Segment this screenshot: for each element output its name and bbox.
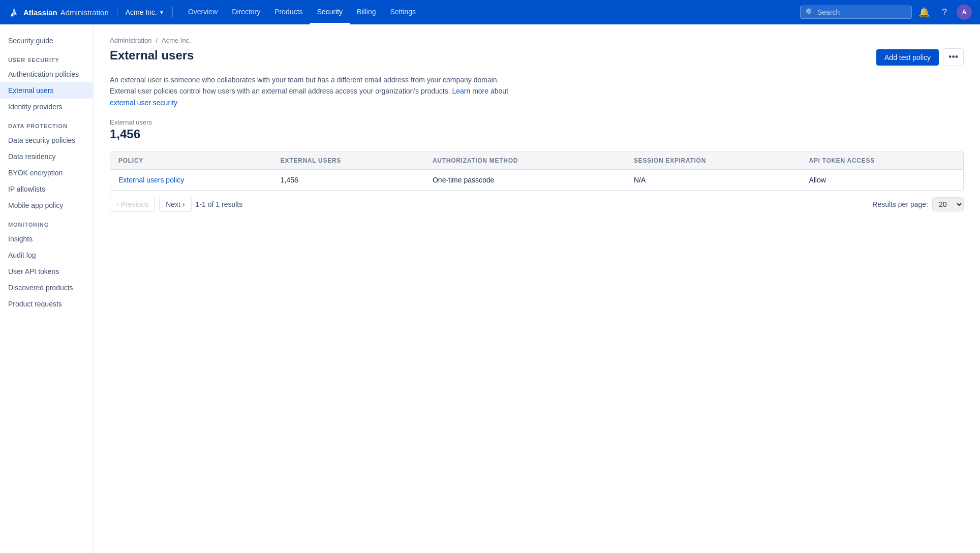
search-input[interactable] [817, 8, 906, 16]
table-body: External users policy 1,456 One-time pas… [110, 170, 963, 191]
help-icon[interactable]: ? [936, 4, 953, 20]
sidebar-section-user-security: User security [0, 49, 93, 66]
page-description: An external user is someone who collabor… [110, 74, 527, 108]
breadcrumb: Administration / Acme Inc. [110, 37, 964, 44]
nav-link-security[interactable]: Security [310, 0, 350, 24]
sidebar-item-data-security[interactable]: Data security policies [0, 132, 93, 148]
policies-table-wrapper: Policy External users Authorization meth… [110, 151, 964, 191]
cell-session-expiration: N/A [626, 170, 801, 191]
col-header-auth-method: Authorization method [424, 152, 626, 170]
stat-value: 1,456 [110, 127, 964, 141]
nav-link-overview[interactable]: Overview [181, 0, 225, 24]
top-navigation: Atlassian Administration Acme Inc. ▼ Ove… [0, 0, 980, 24]
more-options-button[interactable]: ••• [943, 48, 964, 66]
col-header-policy: Policy [110, 152, 272, 170]
pagination-controls: ‹ Previous Next › 1-1 of 1 results [110, 197, 242, 212]
nav-divider-2 [172, 7, 173, 17]
sidebar-item-user-api-tokens[interactable]: User API tokens [0, 263, 93, 280]
atlassian-logo-icon [8, 6, 20, 18]
sidebar-item-audit-log[interactable]: Audit log [0, 247, 93, 263]
main-content: Administration / Acme Inc. External user… [94, 24, 980, 553]
sidebar-section-monitoring: Monitoring [0, 213, 93, 231]
notifications-icon[interactable]: 🔔 [916, 4, 932, 20]
description-text: An external user is someone who collabor… [110, 76, 499, 95]
sidebar-item-security-guide[interactable]: Security guide [0, 33, 93, 49]
cell-api-token-access: Allow [801, 170, 963, 191]
nav-divider [117, 7, 117, 17]
breadcrumb-acme[interactable]: Acme Inc. [162, 37, 191, 44]
sidebar-item-insights[interactable]: Insights [0, 231, 93, 247]
atlassian-logo: Atlassian Administration [8, 6, 109, 18]
next-button[interactable]: Next › [159, 197, 191, 212]
main-nav-links: Overview Directory Products Security Bil… [181, 0, 423, 24]
nav-link-products[interactable]: Products [267, 0, 310, 24]
cell-auth-method: One-time passcode [424, 170, 626, 191]
nav-link-directory[interactable]: Directory [225, 0, 267, 24]
sidebar-item-ip-allowlists[interactable]: IP allowlists [0, 181, 93, 197]
previous-label: Previous [121, 200, 148, 208]
more-options-icon: ••• [948, 52, 958, 63]
per-page-select[interactable]: 10 20 50 100 [932, 197, 964, 211]
pagination-info: 1-1 of 1 results [196, 200, 243, 208]
policies-table: Policy External users Authorization meth… [110, 152, 963, 190]
col-header-session-exp: Session expiration [626, 152, 801, 170]
previous-button[interactable]: ‹ Previous [110, 197, 155, 212]
search-box[interactable]: 🔍 [800, 6, 912, 19]
chevron-down-icon: ▼ [159, 10, 164, 15]
next-label: Next [166, 200, 180, 208]
nav-link-settings[interactable]: Settings [383, 0, 423, 24]
main-layout: Security guide User security Authenticat… [0, 24, 980, 553]
chevron-right-icon: › [182, 200, 185, 208]
sidebar-section-data-protection: Data protection [0, 115, 93, 132]
cell-policy-name: External users policy [110, 170, 272, 191]
policy-link[interactable]: External users policy [118, 176, 184, 184]
table-header-row: Policy External users Authorization meth… [110, 152, 963, 170]
sidebar-item-byok[interactable]: BYOK encryption [0, 165, 93, 181]
table-header: Policy External users Authorization meth… [110, 152, 963, 170]
atlassian-text: Atlassian [23, 8, 57, 17]
avatar[interactable]: A [957, 5, 972, 20]
sidebar-item-identity-providers[interactable]: Identity providers [0, 99, 93, 115]
admin-label: Administration [60, 8, 109, 17]
page-title: External users [110, 48, 194, 63]
col-header-api-token: API token access [801, 152, 963, 170]
col-header-external-users: External users [272, 152, 424, 170]
pagination-right: Results per page: 10 20 50 100 [872, 197, 964, 211]
pagination: ‹ Previous Next › 1-1 of 1 results Resul… [110, 191, 964, 218]
breadcrumb-administration[interactable]: Administration [110, 37, 151, 44]
header-actions: Add test policy ••• [876, 48, 964, 66]
sidebar-item-auth-policies[interactable]: Authentication policies [0, 66, 93, 82]
sidebar-item-data-residency[interactable]: Data residency [0, 148, 93, 165]
org-switcher[interactable]: Acme Inc. ▼ [126, 8, 164, 16]
sidebar-item-product-requests[interactable]: Product requests [0, 296, 93, 312]
nav-link-billing[interactable]: Billing [350, 0, 383, 24]
table-row: External users policy 1,456 One-time pas… [110, 170, 963, 191]
org-name: Acme Inc. [126, 8, 157, 16]
chevron-left-icon: ‹ [116, 200, 119, 208]
stat-label: External users [110, 118, 964, 126]
breadcrumb-separator: / [156, 37, 158, 44]
per-page-label: Results per page: [872, 200, 928, 208]
sidebar: Security guide User security Authenticat… [0, 24, 94, 553]
sidebar-item-discovered-products[interactable]: Discovered products [0, 280, 93, 296]
top-nav-right: 🔍 🔔 ? A [800, 4, 972, 20]
sidebar-item-mobile-app[interactable]: Mobile app policy [0, 197, 93, 213]
search-icon: 🔍 [806, 8, 814, 16]
cell-external-users: 1,456 [272, 170, 424, 191]
sidebar-item-external-users[interactable]: External users [0, 82, 93, 99]
page-header: External users Add test policy ••• [110, 48, 964, 66]
add-test-policy-button[interactable]: Add test policy [876, 49, 939, 66]
